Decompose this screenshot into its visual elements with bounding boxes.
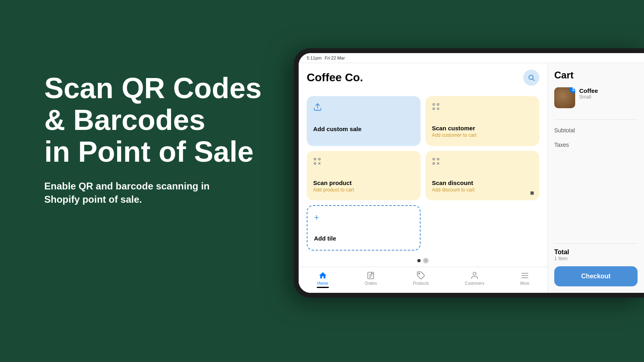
pagination: + [299,255,547,267]
nav-item-more[interactable]: More [520,271,530,288]
cart-total-label: Total [554,249,638,256]
pos-title: Coffee Co. [307,71,363,84]
device-frame: 5:11pm Fri 22 Mar Coffee Co. [294,48,644,298]
tile-scan-discount-sublabel: Add discount to cart [432,187,533,193]
nav-label-customers: Customers [465,281,484,286]
tile-add-tile[interactable]: + Add tile [307,205,421,251]
svg-point-22 [419,273,420,274]
svg-rect-3 [433,104,435,105]
pos-panel: Coffee Co. [299,63,547,293]
svg-rect-10 [314,162,316,164]
cart-item-image: 1 [554,87,575,108]
tile-scan-customer-label: Scan customer [432,125,533,132]
cart-subtotal-row: Subtotal [554,123,638,138]
svg-line-1 [533,79,534,80]
cart-taxes-row: Taxes [554,138,638,152]
scan-discount-icon [432,157,533,167]
status-time: 5:11pm [307,56,322,60]
tile-scan-customer-sublabel: Add customer to cart [432,132,533,138]
scan-product-icon [313,157,414,167]
cart-item-name: Coffee [579,87,598,94]
nav-item-customers[interactable]: Customers [465,271,484,288]
tile-scan-customer[interactable]: Scan customer Add customer to cart [425,96,539,146]
tile-scan-discount-label: Scan discount [432,179,533,186]
device-inner: 5:11pm Fri 22 Mar Coffee Co. [299,53,644,293]
svg-rect-8 [314,158,316,160]
nav-label-orders: Orders [365,281,377,286]
nav-item-home[interactable]: Home [317,271,329,288]
cart-panel: Cart 1 Coffee Small Subtotal [547,63,644,293]
home-icon [318,271,327,280]
tile-scan-product[interactable]: Scan product Add product to cart [307,151,421,201]
subheading-line1: Enable QR and barcode scanning in [44,181,210,191]
tile-scan-discount[interactable]: Scan discount Add discount to cart [425,151,539,201]
nav-item-orders[interactable]: Orders [365,271,377,288]
add-tile-icon: + [314,212,413,223]
cart-total-section: Total 1 Item [554,243,638,261]
cart-item-variant: Small [579,94,598,100]
tile-scan-product-label: Scan product [313,179,414,186]
status-date: Fri 22 Mar [325,56,345,60]
cart-item: 1 Coffee Small [554,87,638,108]
checkout-button[interactable]: Checkout [554,266,638,286]
nav-label-products: Products [413,281,429,286]
customers-icon [470,271,479,280]
products-icon [417,271,425,280]
app-area: Coffee Co. [299,63,644,293]
cart-item-info: Coffee Small [579,87,598,100]
nav-label-more: More [520,281,530,286]
tiles-grid: Add custom sale [299,92,547,255]
add-tile-label: Add tile [314,235,413,242]
svg-rect-9 [318,158,320,160]
upload-icon [313,103,414,113]
scan-customer-icon [432,103,533,113]
svg-rect-15 [433,162,435,164]
pagination-add[interactable]: + [423,258,429,263]
orders-icon [366,271,375,280]
cart-title: Cart [554,70,638,81]
status-bar: 5:11pm Fri 22 Mar [299,53,644,63]
tile-indicator-dot [530,191,534,195]
search-button[interactable] [523,70,539,86]
nav-home-indicator [317,287,329,288]
svg-rect-5 [433,108,435,109]
heading-line1: Scan QR Codes [44,72,262,104]
tile-add-custom-sale-label: Add custom sale [313,125,414,132]
main-heading: Scan QR Codes & Barcodes in Point of Sal… [44,72,278,168]
tile-add-custom-sale[interactable]: Add custom sale [307,96,421,146]
sub-heading: Enable QR and barcode scanning in Shopif… [44,179,278,206]
svg-point-23 [473,272,476,275]
nav-item-products[interactable]: Products [413,271,429,288]
bottom-nav: Home Orders [299,267,547,293]
heading-line3: in Point of Sale [44,136,254,168]
nav-label-home: Home [317,281,328,286]
svg-rect-14 [437,158,439,160]
cart-total-items: 1 Item [554,256,638,261]
taxes-label: Taxes [554,142,569,148]
more-icon [520,271,529,280]
svg-rect-4 [437,104,439,105]
pagination-dot-1 [417,259,421,262]
left-panel: Scan QR Codes & Barcodes in Point of Sal… [44,72,278,206]
cart-spacer [554,152,638,243]
svg-rect-18 [368,272,374,279]
tile-scan-product-sublabel: Add product to cart [313,187,414,193]
svg-rect-13 [433,158,435,160]
cart-divider-1 [554,119,638,120]
subtotal-label: Subtotal [554,127,575,134]
search-icon [528,74,535,81]
heading-line2: & Barcodes [44,104,205,136]
subheading-line2: Shopify point of sale. [44,194,142,205]
pos-header: Coffee Co. [299,63,547,92]
